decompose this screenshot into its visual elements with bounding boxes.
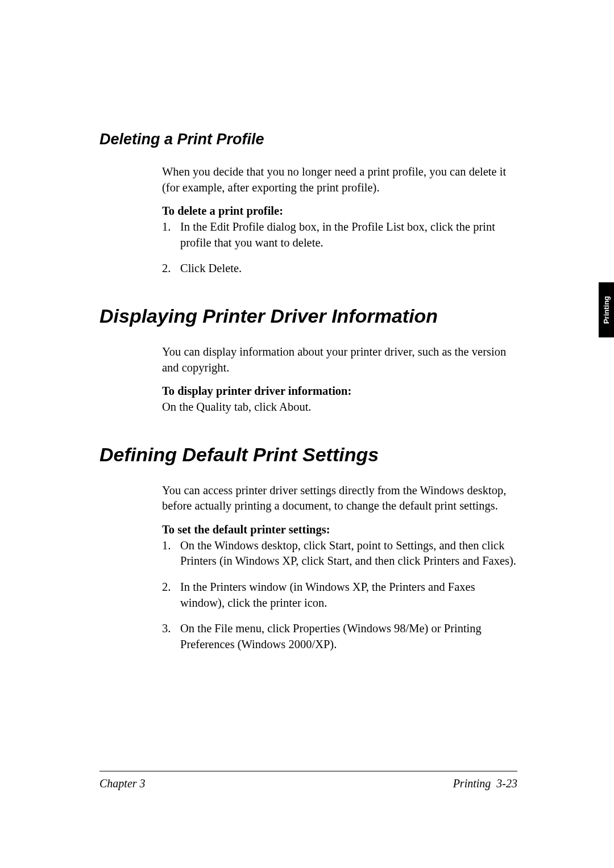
footer-section-name: Printing [453,777,491,790]
footer-chapter: Chapter 3 [99,777,146,790]
heading-deleting-profile: Deleting a Print Profile [99,131,517,148]
defining-bold-heading: To set the default printer settings: [162,522,517,538]
section-defining: You can access printer driver settings d… [99,483,517,653]
page-footer: Chapter 3 Printing 3-23 [99,771,517,790]
list-text: On the Windows desktop, click Start, poi… [180,538,517,569]
heading-defining-settings: Defining Default Print Settings [99,444,517,466]
list-text: Click Delete. [180,261,517,277]
list-text: On the File menu, click Properties (Wind… [180,621,517,652]
section-deleting: When you decide that you no longer need … [99,164,517,277]
side-tab-label: Printing [602,296,611,324]
list-number: 3. [162,621,180,652]
displaying-intro-text: You can display information about your p… [162,344,517,375]
list-item: 1. On the Windows desktop, click Start, … [162,538,517,569]
list-number: 1. [162,538,180,569]
footer-right: Printing 3-23 [453,777,517,790]
displaying-bold-heading: To display printer driver information: [162,383,517,399]
section-displaying: You can display information about your p… [99,344,517,415]
list-text: In the Edit Profile dialog box, in the P… [180,219,517,251]
list-item: 2. In the Printers window (in Windows XP… [162,579,517,611]
list-item: 2. Click Delete. [162,261,517,277]
heading-displaying-info: Displaying Printer Driver Information [99,305,517,327]
defining-intro-text: You can access printer driver settings d… [162,483,517,514]
displaying-step-text: On the Quality tab, click About. [162,399,517,415]
list-number: 1. [162,219,180,251]
list-number: 2. [162,261,180,277]
footer-page-number: 3-23 [496,777,517,790]
list-text: In the Printers window (in Windows XP, t… [180,579,517,611]
page-content: Deleting a Print Profile When you decide… [0,0,614,653]
list-number: 2. [162,579,180,611]
list-item: 3. On the File menu, click Properties (W… [162,621,517,652]
deleting-intro-text: When you decide that you no longer need … [162,164,517,195]
list-item: 1. In the Edit Profile dialog box, in th… [162,219,517,251]
deleting-bold-heading: To delete a print profile: [162,203,517,219]
side-tab: Printing [599,282,614,337]
